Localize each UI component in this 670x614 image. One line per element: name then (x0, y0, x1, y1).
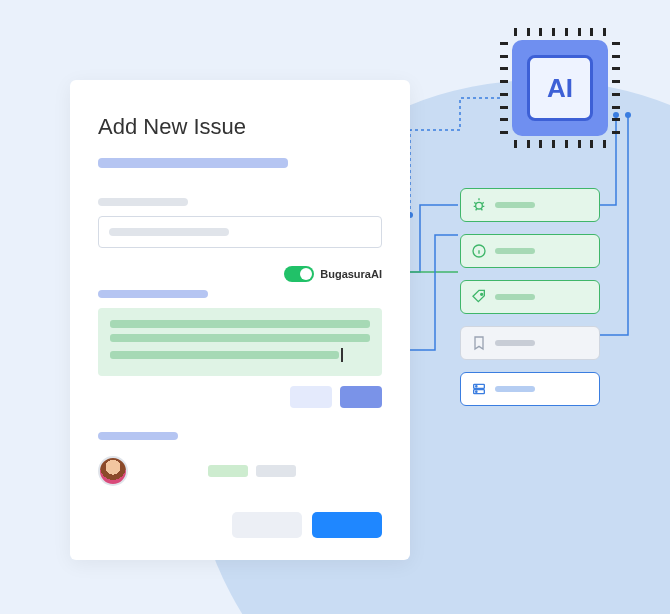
ai-toggle-label: BugasuraAI (320, 268, 382, 280)
secondary-small-button[interactable] (290, 386, 332, 408)
bookmark-icon (471, 335, 487, 351)
ai-description-box[interactable] (98, 308, 382, 376)
suggestion-bookmark[interactable] (460, 326, 600, 360)
svg-point-3 (476, 202, 483, 209)
title-underline (98, 158, 288, 168)
ai-chip-label: AI (527, 55, 593, 121)
bug-icon (471, 197, 487, 213)
ai-processor-chip: AI (500, 28, 620, 148)
ai-suggestions-panel (460, 188, 600, 406)
primary-small-button[interactable] (340, 386, 382, 408)
svg-point-5 (481, 293, 483, 295)
suggestion-tag[interactable] (460, 280, 600, 314)
status-chip[interactable] (208, 465, 248, 477)
field-label-placeholder (98, 198, 188, 206)
suggestion-bug[interactable] (460, 188, 600, 222)
ai-toggle[interactable] (284, 266, 314, 282)
issue-title-input[interactable] (98, 216, 382, 248)
assignee-avatar[interactable] (98, 456, 128, 486)
text-cursor (341, 348, 343, 362)
suggestion-info[interactable] (460, 234, 600, 268)
svg-point-9 (476, 391, 477, 392)
field-label-placeholder (98, 432, 178, 440)
submit-button[interactable] (312, 512, 382, 538)
cancel-button[interactable] (232, 512, 302, 538)
tag-icon (471, 289, 487, 305)
priority-chip[interactable] (256, 465, 296, 477)
input-placeholder (109, 228, 229, 236)
svg-point-8 (476, 386, 477, 387)
field-label-placeholder (98, 290, 208, 298)
suggestion-server[interactable] (460, 372, 600, 406)
server-icon (471, 381, 487, 397)
info-icon (471, 243, 487, 259)
add-issue-form: Add New Issue BugasuraAI (70, 80, 410, 560)
form-title: Add New Issue (98, 114, 382, 140)
